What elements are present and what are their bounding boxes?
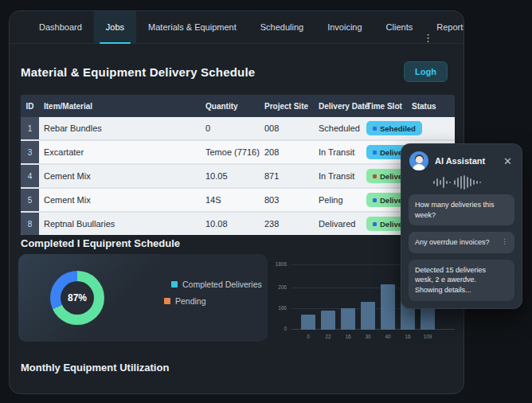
- nav-tab-label: Invoicing: [327, 22, 362, 32]
- ai-message-list: How many deliveries this week? Any overr…: [401, 194, 522, 301]
- donut-legend: Completed Deliveries Pending: [164, 280, 262, 306]
- cell-item: Cement Mix: [39, 165, 201, 187]
- monthly-section-title: Monthly Equipment Utilization: [21, 362, 169, 374]
- ai-bubble-text: Any overrdue invoices?: [415, 237, 498, 248]
- cell-id: 1: [21, 117, 39, 139]
- cell-quantity: 10.08: [201, 213, 260, 235]
- kebab-menu-icon[interactable]: ⋮: [418, 22, 438, 53]
- cell-item: Rebar Bundles: [39, 117, 201, 139]
- assistant-avatar: [409, 151, 428, 170]
- column-header-quantity: Quantity: [201, 95, 260, 117]
- cell-item: Cement Mix: [39, 189, 201, 211]
- bar: [381, 284, 395, 330]
- nav-tab[interactable]: Dashboard: [27, 11, 94, 43]
- cell-date: Peling: [314, 189, 362, 211]
- legend-swatch-icon: [171, 281, 178, 288]
- top-navigation: Dashboard Jobs Materials & Equipment Sch…: [10, 11, 464, 44]
- cell-site: 238: [260, 213, 314, 235]
- x-axis-tick-label: 0: [301, 334, 315, 339]
- cell-quantity: 10.05: [201, 165, 260, 187]
- app-panel: Dashboard Jobs Materials & Equipment Sch…: [9, 10, 464, 394]
- x-axis-tick-label: 22: [321, 334, 335, 339]
- badge-dot-icon: [373, 198, 377, 202]
- cell-site: 008: [260, 117, 314, 139]
- badge-dot-icon: [373, 174, 377, 178]
- cell-id: 4: [21, 165, 39, 187]
- cell-time-slot: Sehediled: [362, 117, 407, 139]
- legend-item: Pending: [164, 296, 262, 306]
- donut-percent-label: 87%: [61, 281, 94, 315]
- y-axis-tick-label: 166: [278, 306, 287, 311]
- page-title: Material & Equipment Delivery Schedule: [21, 65, 255, 79]
- column-header-date: Delivery Date: [314, 95, 362, 117]
- nav-tab-label: Jobs: [106, 22, 124, 32]
- badge-dot-icon: [373, 151, 377, 155]
- table-row[interactable]: 1 Rebar Bundles 0 008 Scheduled Sehedile…: [21, 117, 455, 141]
- x-axis-tick-label: 40: [381, 334, 395, 339]
- cell-site: 871: [260, 165, 314, 187]
- avatar-torso: [413, 164, 425, 170]
- table-row[interactable]: 8 Reptnal Buullaries 10.08 238 Delivared…: [21, 213, 455, 235]
- avatar-head: [416, 156, 423, 163]
- ai-suggestion-bubble[interactable]: Any overrdue invoices? ⋮: [409, 232, 514, 253]
- nav-tab-label: Clients: [386, 22, 413, 32]
- nav-tab-label: Materials & Equipment: [148, 22, 237, 32]
- x-axis-tick-label: 109: [421, 334, 435, 339]
- column-header-site: Project Site: [260, 95, 314, 117]
- table-row[interactable]: 4 Cement Mix 10.05 871 In Transit Delive…: [21, 165, 455, 189]
- cell-date: Delivared: [314, 213, 362, 235]
- legend-item: Completed Deliveries: [171, 280, 262, 289]
- cell-date: In Transit: [314, 165, 362, 187]
- ai-bubble-text: How many deliveries this week?: [415, 200, 505, 220]
- nav-tab[interactable]: Materials & Equipment: [136, 11, 248, 43]
- cell-date: Scheduled: [314, 117, 362, 139]
- x-axis-labels: 02216304016109: [291, 334, 464, 339]
- y-axis-tick-label: 1806: [276, 262, 287, 268]
- cell-date: In Transit: [314, 141, 362, 163]
- close-icon[interactable]: ✕: [502, 155, 514, 168]
- nav-tab[interactable]: Jobs: [94, 11, 136, 43]
- cell-quantity: 0: [201, 117, 260, 139]
- nav-tab[interactable]: Clients: [374, 11, 425, 43]
- bar: [361, 302, 375, 330]
- ai-assistant-header: AI Assistant ✕: [401, 144, 522, 173]
- donut-chart: 87%: [50, 271, 104, 325]
- column-header-time-slot: Time Slot: [362, 95, 407, 117]
- login-button[interactable]: Logh: [404, 61, 448, 82]
- bar: [301, 315, 315, 330]
- cell-id: 3: [21, 141, 39, 163]
- column-header-item: Item/Material: [39, 95, 201, 117]
- ai-bubble-text: Detected 15 deliveries wesk, 2 e awerdve…: [415, 265, 505, 295]
- legend-label: Completed Deliveries: [182, 280, 262, 289]
- column-header-status: Status: [407, 95, 455, 117]
- legend-label: Pending: [175, 296, 206, 306]
- nav-tab-label: Reports: [436, 22, 464, 32]
- ai-assistant-title: AI Assistant: [435, 156, 485, 166]
- y-axis: 18062061660: [274, 263, 288, 330]
- waveform-icon: [401, 173, 522, 194]
- nav-tab-label: Scheduling: [260, 22, 303, 32]
- x-axis-tick-label: 30: [361, 334, 375, 339]
- cell-id: 8: [21, 213, 39, 235]
- completed-deliveries-card: 87% Completed Deliveries Pending: [18, 254, 268, 342]
- cell-status: [407, 117, 455, 139]
- y-axis-tick-label: 206: [278, 285, 287, 291]
- column-header-id: ID: [21, 95, 39, 117]
- x-axis-tick-label: 16: [341, 334, 355, 339]
- x-axis-tick-label: 16: [401, 334, 415, 339]
- badge-dot-icon: [373, 127, 377, 131]
- nav-tab[interactable]: Scheduling: [248, 11, 315, 43]
- cell-item: Reptnal Buullaries: [39, 213, 201, 235]
- y-axis-tick-label: 0: [284, 327, 287, 332]
- table-row[interactable]: 5 Cement Mix 14S 803 Peling Delivered: [21, 189, 455, 213]
- nav-tab[interactable]: Invoicing: [315, 11, 374, 43]
- table-header-row: ID Item/Material Quantity Project Site D…: [21, 95, 455, 117]
- ai-assistant-panel: AI Assistant ✕: [401, 143, 522, 309]
- ai-suggestion-bubble[interactable]: How many deliveries this week?: [409, 194, 514, 225]
- nav-tab-label: Dashboard: [39, 22, 82, 32]
- cell-quantity: 14S: [201, 189, 260, 211]
- bubble-menu-icon: ⋮: [501, 237, 508, 246]
- legend-swatch-icon: [164, 298, 170, 304]
- table-row[interactable]: 3 Excartater Temoe (7716) 208 In Transit…: [21, 141, 455, 165]
- ai-suggestion-bubble[interactable]: Detected 15 deliveries wesk, 2 e awerdve…: [409, 260, 514, 301]
